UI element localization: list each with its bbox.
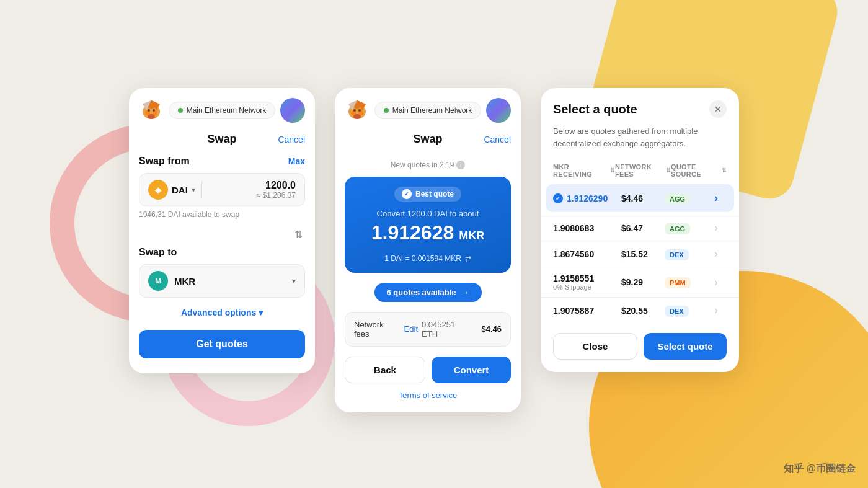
col-source: Quote source ⇅ [671,163,727,178]
table-header: MKR Receiving ⇅ Network fees ⇅ Quote sou… [541,159,739,182]
cards-container: Main Ethereum Network Swap Cancel Swap f… [129,76,739,412]
swap-input-row: ◈ DAI ▾ 1200.0 ≈ $1,206.37 [139,173,305,206]
token-from-chevron: ▾ [192,185,195,194]
source-badge: DEX [665,306,689,317]
exchange-rate: 1 DAI = 0.001594 MKR ⇄ [355,254,501,263]
mkr-icon-1: M [148,271,168,291]
metamask-logo [139,98,164,123]
card3-subtitle: Below are quotes gathered from multiple … [541,125,739,159]
convert-text: Convert 1200.0 DAI to about [355,209,501,218]
swap-rate-icon: ⇄ [465,254,471,263]
available-text: 1946.31 DAI available to swap [139,210,305,219]
network-dot-1 [178,108,183,113]
quotes-available-button[interactable]: 6 quotes available → [374,283,482,302]
table-row[interactable]: ✓ 1.9126290 $4.46AGG› [546,184,734,212]
terms-of-service-link[interactable]: Terms of service [335,391,521,400]
edit-fees-button[interactable]: Edit [404,324,418,334]
quote-fee: $6.47 [621,223,665,233]
network-fees-row: Network fees Edit 0.045251 ETH $4.46 [345,312,511,347]
verified-icon: ✓ [553,193,563,203]
source-badge: AGG [665,223,690,234]
convert-button[interactable]: Convert [432,357,511,383]
advanced-options-button[interactable]: Advanced options ▾ [139,308,305,317]
svg-point-7 [148,109,150,112]
source-badge: AGG [665,193,690,205]
quote-fee: $9.29 [621,277,665,287]
quote-amount: 1.9080683 [553,223,621,233]
card1-body: Swap from Max ◈ DAI ▾ 1200.0 ≈ $1,206.37… [129,156,315,317]
avatar-1 [280,98,305,123]
get-quotes-button[interactable]: Get quotes [139,330,305,358]
card3-footer: Close Select quote [541,323,739,360]
check-icon: ✓ [402,189,412,199]
svg-point-16 [353,109,356,112]
fees-usd: $4.46 [481,324,502,334]
slippage-note: 0% Slippage [553,283,621,291]
network-badge-2[interactable]: Main Ethereum Network [374,102,482,119]
mkr-label: MKR [459,229,484,242]
quote-amount: 1.9158551 [553,273,621,283]
fees-eth: 0.045251 ETH [422,320,472,339]
cancel-button-1[interactable]: Cancel [278,135,305,144]
input-divider [202,181,202,198]
max-button[interactable]: Max [288,156,305,166]
card2-header: Main Ethereum Network [335,88,521,130]
dai-icon: ◈ [148,180,168,200]
svg-point-8 [153,109,155,112]
select-quote-card: Select a quote ✕ Below are quotes gather… [541,88,739,372]
source-badge: DEX [665,249,689,260]
swap-from-label-row: Swap from Max [139,156,305,167]
quotes-list: ✓ 1.9126290 $4.46AGG›1.9080683$6.47AGG›1… [541,184,739,323]
select-quote-title: Select a quote [553,102,637,117]
quote-amount: 1.9126290 [567,193,608,203]
card2-actions: Back Convert [335,357,521,383]
table-row[interactable]: 1.9080683$6.47AGG› [541,215,739,241]
network-dot-2 [384,108,389,113]
quote-amount: 1.9075887 [553,306,621,316]
swap-quote-card: Main Ethereum Network Swap Cancel New qu… [335,88,521,412]
chevron-right-icon: › [714,276,727,289]
network-label-1: Main Ethereum Network [187,106,267,115]
cancel-button-2[interactable]: Cancel [484,135,511,144]
svg-point-17 [358,109,361,112]
mkr-amount: 1.912628 [371,222,454,244]
token-from-name: DAI [172,185,188,195]
svg-point-15 [353,114,361,119]
table-row[interactable]: 1.91585510% Slippage$9.29PMM› [541,267,739,297]
avatar-2 [486,98,511,123]
new-quotes-timer: New quotes in 2:19 i [335,156,521,174]
swap-from-card: Main Ethereum Network Swap Cancel Swap f… [129,88,315,373]
token-from-selector[interactable]: ◈ DAI ▾ [148,180,195,200]
amount-input[interactable]: 1200.0 [208,180,296,191]
close-quote-button[interactable]: Close [553,333,637,360]
token-to-selector[interactable]: M MKR ▾ [139,264,305,298]
arrow-icon: → [461,288,469,297]
card2-title-row: Swap Cancel [335,130,521,156]
swap-from-label: Swap from [139,156,190,167]
sort-source-icon: ⇅ [722,167,727,174]
chevron-right-icon: › [714,192,727,205]
source-badge: PMM [665,277,691,288]
svg-point-6 [148,114,155,119]
card1-header: Main Ethereum Network [129,88,315,130]
swap-to-label: Swap to [139,247,305,258]
quote-fee: $4.46 [621,193,665,203]
chevron-right-icon: › [714,247,727,260]
quote-amount: 1.8674560 [553,249,621,259]
select-quote-button[interactable]: Select quote [644,333,727,360]
quote-fee: $20.55 [621,306,665,316]
watermark: 知乎 @币圈链金 [784,463,856,476]
network-badge-1[interactable]: Main Ethereum Network [169,102,276,119]
quote-fee: $15.52 [621,249,665,259]
col-fees: Network fees ⇅ [615,163,671,178]
best-quote-panel: ✓ Best quote Convert 1200.0 DAI to about… [345,177,511,272]
card3-header: Select a quote ✕ [541,88,739,125]
table-row[interactable]: 1.9075887$20.55DEX› [541,297,739,323]
info-icon: i [456,161,465,169]
network-label-2: Main Ethereum Network [392,106,472,115]
chevron-right-icon: › [714,221,727,234]
close-button[interactable]: ✕ [709,100,727,118]
back-button[interactable]: Back [345,357,425,383]
table-row[interactable]: 1.8674560$15.52DEX› [541,241,739,267]
card1-title-row: Swap Cancel [129,130,315,156]
